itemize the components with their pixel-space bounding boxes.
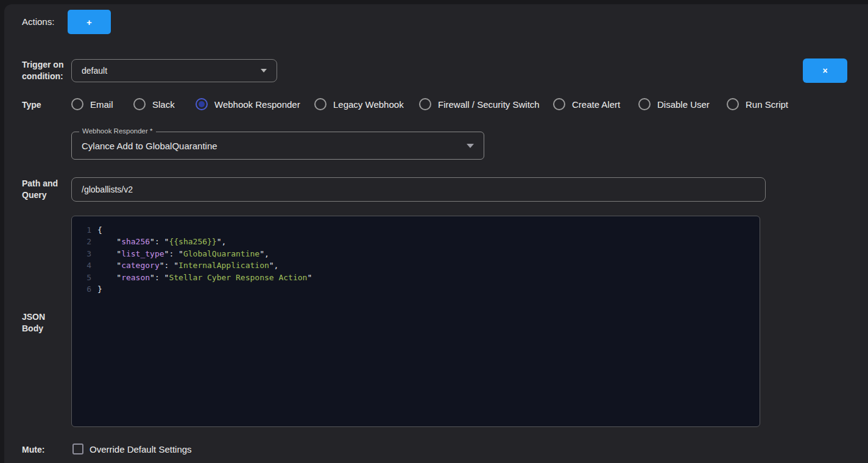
radio-unselected-icon: [419, 98, 431, 110]
path-query-label-line2: Query: [22, 189, 58, 201]
radio-unselected-icon: [71, 98, 83, 110]
path-query-input[interactable]: [71, 177, 766, 202]
path-query-label-line1: Path and: [22, 178, 58, 189]
code-text: {: [94, 224, 102, 236]
code-line: 6}: [72, 283, 760, 295]
code-line: 1{: [72, 224, 760, 236]
webhook-responder-value: Cylance Add to GlobalQuarantine: [72, 141, 467, 151]
line-number: 3: [72, 248, 94, 260]
type-radio-group: EmailSlackWebhook ResponderLegacy Webhoo…: [0, 96, 868, 113]
webhook-responder-select[interactable]: Webhook Responder * Cylance Add to Globa…: [71, 132, 484, 160]
json-editor-content: 1{2 "sha256": "{{sha256}}",3 "list_type"…: [72, 224, 760, 295]
json-body-editor[interactable]: 1{2 "sha256": "{{sha256}}",3 "list_type"…: [71, 216, 760, 427]
trigger-condition-value: default: [72, 66, 261, 76]
radio-email[interactable]: Email: [71, 96, 113, 113]
chevron-down-icon: [467, 144, 474, 148]
override-default-settings-checkbox[interactable]: [72, 444, 83, 454]
trigger-condition-select[interactable]: default: [71, 59, 277, 82]
radio-label: Slack: [152, 99, 175, 110]
radio-unselected-icon: [133, 98, 146, 110]
radio-label: Run Script: [746, 99, 788, 110]
radio-label: Create Alert: [572, 99, 620, 110]
screen-background: Actions: + Trigger on condition: default…: [0, 0, 868, 463]
mute-label: Mute:: [22, 444, 44, 456]
add-action-button[interactable]: +: [68, 10, 111, 34]
code-text: "reason": "Stellar Cyber Response Action…: [94, 272, 312, 283]
code-line: 5 "reason": "Stellar Cyber Response Acti…: [72, 272, 760, 283]
code-text: "category": "InternalApplication",: [94, 260, 278, 271]
code-text: "list_type": "GlobalQuarantine",: [94, 248, 269, 260]
radio-run-script[interactable]: Run Script: [727, 96, 788, 113]
radio-unselected-icon: [727, 98, 739, 110]
radio-selected-icon: [196, 98, 208, 110]
code-line: 2 "sha256": "{{sha256}}",: [72, 236, 760, 247]
line-number: 6: [72, 283, 94, 295]
radio-label: Webhook Responder: [214, 99, 300, 110]
trigger-label-line1: Trigger on: [22, 59, 63, 71]
radio-firewall-security-switch[interactable]: Firewall / Security Switch: [419, 96, 540, 113]
chevron-down-icon: [261, 69, 267, 72]
code-line: 3 "list_type": "GlobalQuarantine",: [72, 248, 760, 260]
json-body-label-line1: JSON: [22, 311, 45, 323]
radio-unselected-icon: [553, 98, 565, 110]
radio-webhook-responder[interactable]: Webhook Responder: [196, 96, 300, 113]
webhook-responder-floating-label: Webhook Responder *: [79, 127, 156, 135]
radio-unselected-icon: [638, 98, 651, 110]
remove-action-button[interactable]: ×: [803, 58, 847, 83]
actions-label: Actions:: [22, 16, 54, 27]
radio-label: Firewall / Security Switch: [438, 99, 540, 110]
trigger-label-line2: condition:: [22, 71, 63, 82]
close-icon: ×: [822, 66, 827, 75]
radio-disable-user[interactable]: Disable User: [638, 96, 710, 113]
code-text: }: [94, 283, 102, 295]
line-number: 1: [72, 224, 94, 236]
radio-label: Email: [90, 99, 113, 110]
override-default-settings-option[interactable]: Override Default Settings: [72, 444, 192, 454]
line-number: 4: [72, 260, 94, 271]
override-default-settings-label: Override Default Settings: [90, 444, 192, 454]
line-number: 2: [72, 236, 94, 247]
radio-unselected-icon: [314, 98, 326, 110]
line-number: 5: [72, 272, 94, 283]
radio-legacy-webhook[interactable]: Legacy Webhook: [314, 96, 404, 113]
radio-dot: [199, 101, 205, 107]
code-line: 4 "category": "InternalApplication",: [72, 260, 760, 271]
radio-label: Disable User: [657, 99, 710, 110]
code-text: "sha256": "{{sha256}}",: [94, 236, 226, 247]
radio-label: Legacy Webhook: [333, 99, 404, 110]
json-body-label-line2: Body: [22, 323, 45, 334]
radio-slack[interactable]: Slack: [133, 96, 175, 113]
plus-icon: +: [86, 18, 92, 27]
radio-create-alert[interactable]: Create Alert: [553, 96, 620, 113]
